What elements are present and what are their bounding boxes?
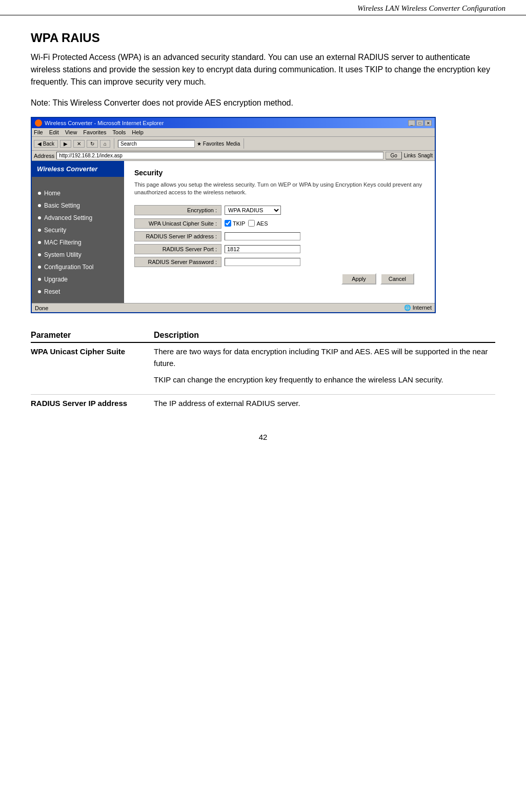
radius-pwd-control <box>221 257 304 267</box>
bullet-icon <box>38 290 41 293</box>
menu-favorites[interactable]: Favorites <box>83 129 106 135</box>
sidebar-label-system: System Utility <box>44 251 82 258</box>
browser-title: Wireless Converter - Microsoft Internet … <box>45 120 164 126</box>
forward-button[interactable]: ▶ <box>60 140 71 148</box>
bullet-icon <box>38 229 41 232</box>
radius-port-input[interactable] <box>225 245 300 253</box>
radius-port-control <box>221 244 304 254</box>
form-buttons: Apply Cancel <box>134 273 424 285</box>
sidebar-item-system-utility[interactable]: System Utility <box>32 249 124 261</box>
cipher-control: TKIP AES <box>221 219 271 228</box>
stop-button[interactable]: ✕ <box>73 140 85 148</box>
links-label: Links <box>404 153 416 158</box>
bullet-icon <box>38 253 41 256</box>
home-button[interactable]: ⌂ <box>100 140 110 148</box>
close-button[interactable]: ✕ <box>424 120 432 126</box>
desc-para-1-0: The IP address of external RADIUS server… <box>154 398 490 410</box>
toolbar-separator-2 <box>244 138 244 149</box>
cipher-suite-row: WPA Unicast Cipher Suite : TKIP AES <box>134 218 424 229</box>
radius-ip-control <box>221 231 304 241</box>
address-input[interactable] <box>56 152 383 159</box>
menu-help[interactable]: Help <box>132 129 144 135</box>
page-title: WPA RAIUS <box>31 31 495 45</box>
page-number: 42 <box>259 433 268 441</box>
table-row: WPA Unicast Cipher Suite There are two w… <box>31 342 495 394</box>
media-btn[interactable]: Media <box>226 141 240 147</box>
back-button[interactable]: ◀ Back <box>34 140 58 148</box>
aes-checkbox[interactable] <box>248 220 255 227</box>
panel-title: Security <box>134 169 424 177</box>
radius-pwd-input[interactable] <box>225 258 300 266</box>
bullet-icon <box>38 216 41 219</box>
apply-button[interactable]: Apply <box>341 273 376 285</box>
sidebar-item-upgrade[interactable]: Upgrade <box>32 273 124 286</box>
go-button[interactable]: Go <box>386 152 401 159</box>
sidebar-item-security[interactable]: Security <box>32 224 124 236</box>
titlebar-left: Wireless Converter - Microsoft Internet … <box>35 119 164 127</box>
restore-button[interactable]: □ <box>416 120 423 126</box>
menu-edit[interactable]: Edit <box>49 129 59 135</box>
encryption-label: Encryption : <box>134 205 221 215</box>
status-right: 🌐 Internet <box>404 304 432 311</box>
browser-main-panel: Security This page allows you setup the … <box>124 161 435 303</box>
tkip-checkbox[interactable] <box>225 220 231 227</box>
sidebar-item-advanced-setting[interactable]: Advanced Setting <box>32 212 124 224</box>
table-row: RADIUS Server IP address The IP address … <box>31 394 495 417</box>
bullet-icon <box>38 204 41 207</box>
bullet-icon <box>38 192 41 195</box>
sidebar-item-mac-filtering[interactable]: MAC Filtering <box>32 236 124 249</box>
page-header: Wireless LAN Wireless Converter Configur… <box>0 0 526 15</box>
browser-body: Wireless Converter Home Basic Setting Ad… <box>32 161 435 303</box>
snagit-label: SnagIt <box>418 153 433 158</box>
sidebar-item-configuration-tool[interactable]: Configuration Tool <box>32 261 124 273</box>
radius-ip-input[interactable] <box>225 232 300 240</box>
favorites-btn[interactable]: ★ Favorites <box>197 141 224 147</box>
main-content: WPA RAIUS Wi-Fi Protected Access (WPA) i… <box>0 15 526 472</box>
desc-cell-0: There are two ways for data encryption i… <box>154 342 495 394</box>
menu-tools[interactable]: Tools <box>113 129 126 135</box>
browser-controls[interactable]: _ □ ✕ <box>408 120 432 126</box>
refresh-button[interactable]: ↻ <box>87 140 98 148</box>
col-param-header: Parameter <box>31 329 154 342</box>
sidebar-nav: Home Basic Setting Advanced Setting Secu… <box>32 187 124 303</box>
browser-icon <box>35 119 42 127</box>
address-label: Address <box>34 153 54 159</box>
menu-file[interactable]: File <box>34 129 43 135</box>
radius-ip-row: RADIUS Server IP address : <box>134 231 424 241</box>
browser-window: Wireless Converter - Microsoft Internet … <box>31 117 436 313</box>
internet-icon: 🌐 <box>404 304 411 311</box>
radius-port-label: RADIUS Server Port : <box>134 244 221 254</box>
desc-para-0-1: TKIP can change the encryption key frequ… <box>154 374 490 386</box>
bullet-icon <box>38 241 41 244</box>
minimize-button[interactable]: _ <box>408 120 415 126</box>
browser-toolbar: ◀ Back ▶ ✕ ↻ ⌂ ★ Favorites Media <box>32 137 435 151</box>
sidebar-item-basic-setting[interactable]: Basic Setting <box>32 199 124 212</box>
sidebar-label-home: Home <box>44 190 60 197</box>
col-desc-header: Description <box>154 329 495 342</box>
menu-view[interactable]: View <box>65 129 77 135</box>
radius-port-row: RADIUS Server Port : <box>134 244 424 254</box>
body-paragraph: Wi-Fi Protected Access (WPA) is an advan… <box>31 51 495 88</box>
sidebar-item-home[interactable]: Home <box>32 187 124 199</box>
encryption-select[interactable]: WPA RADIUS <box>225 206 281 215</box>
toolbar-separator <box>114 138 114 149</box>
sidebar-label-advanced: Advanced Setting <box>44 214 92 221</box>
sidebar-header: Wireless Converter <box>32 161 124 177</box>
radius-pwd-row: RADIUS Server Password : <box>134 257 424 267</box>
bullet-icon <box>38 266 41 269</box>
browser-menubar: File Edit View Favorites Tools Help <box>32 128 435 137</box>
bullet-icon <box>38 278 41 281</box>
search-input[interactable] <box>118 140 195 148</box>
aes-checkbox-label[interactable]: AES <box>248 220 268 227</box>
tkip-checkbox-label[interactable]: TKIP <box>225 220 245 227</box>
parameter-table: Parameter Description WPA Unicast Cipher… <box>31 329 495 417</box>
tkip-label: TKIP <box>233 220 245 227</box>
cancel-button[interactable]: Cancel <box>380 273 414 285</box>
table-header-row: Parameter Description <box>31 329 495 342</box>
aes-label: AES <box>256 220 268 227</box>
browser-statusbar: Done 🌐 Internet <box>32 303 435 312</box>
page-footer: 42 <box>31 433 495 452</box>
cipher-label: WPA Unicast Cipher Suite : <box>134 218 221 229</box>
browser-titlebar: Wireless Converter - Microsoft Internet … <box>32 118 435 128</box>
sidebar-item-reset[interactable]: Reset <box>32 286 124 298</box>
